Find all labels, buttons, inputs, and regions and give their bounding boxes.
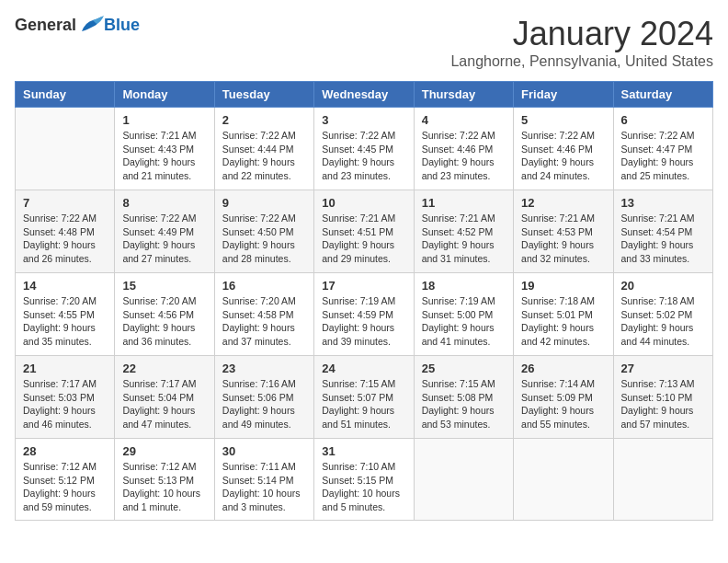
calendar-day-cell: 3Sunrise: 7:22 AM Sunset: 4:45 PM Daylig… bbox=[314, 108, 414, 190]
calendar-day-cell bbox=[16, 108, 115, 190]
day-number: 13 bbox=[621, 196, 705, 210]
calendar-day-cell: 16Sunrise: 7:20 AM Sunset: 4:58 PM Dayli… bbox=[214, 273, 313, 356]
calendar-day-cell: 14Sunrise: 7:20 AM Sunset: 4:55 PM Dayli… bbox=[16, 273, 115, 356]
calendar-day-cell: 7Sunrise: 7:22 AM Sunset: 4:48 PM Daylig… bbox=[16, 190, 115, 273]
logo-bird-icon bbox=[78, 15, 104, 35]
day-info: Sunrise: 7:20 AM Sunset: 4:56 PM Dayligh… bbox=[122, 294, 206, 349]
calendar-day-cell: 31Sunrise: 7:10 AM Sunset: 5:15 PM Dayli… bbox=[314, 439, 414, 521]
day-number: 15 bbox=[122, 279, 206, 293]
day-number: 3 bbox=[322, 113, 405, 127]
day-info: Sunrise: 7:15 AM Sunset: 5:07 PM Dayligh… bbox=[322, 377, 405, 431]
calendar-day-cell: 11Sunrise: 7:21 AM Sunset: 4:52 PM Dayli… bbox=[414, 190, 513, 273]
day-number: 19 bbox=[521, 279, 605, 293]
day-number: 30 bbox=[222, 444, 306, 458]
calendar-week-row: 21Sunrise: 7:17 AM Sunset: 5:03 PM Dayli… bbox=[16, 356, 713, 439]
day-number: 28 bbox=[23, 444, 107, 458]
day-number: 29 bbox=[122, 444, 206, 458]
calendar-day-cell: 22Sunrise: 7:17 AM Sunset: 5:04 PM Dayli… bbox=[115, 356, 214, 439]
calendar-day-cell: 15Sunrise: 7:20 AM Sunset: 4:56 PM Dayli… bbox=[115, 273, 214, 356]
calendar-table: SundayMondayTuesdayWednesdayThursdayFrid… bbox=[15, 81, 713, 521]
calendar-week-row: 7Sunrise: 7:22 AM Sunset: 4:48 PM Daylig… bbox=[16, 190, 713, 273]
day-info: Sunrise: 7:22 AM Sunset: 4:48 PM Dayligh… bbox=[23, 212, 107, 266]
day-number: 25 bbox=[422, 362, 506, 375]
day-of-week-header: Thursday bbox=[414, 82, 513, 108]
day-info: Sunrise: 7:22 AM Sunset: 4:45 PM Dayligh… bbox=[322, 129, 405, 183]
calendar-day-cell bbox=[613, 439, 712, 521]
logo-general-text: General bbox=[15, 16, 76, 35]
calendar-day-cell: 1Sunrise: 7:21 AM Sunset: 4:43 PM Daylig… bbox=[115, 108, 214, 190]
calendar-day-cell: 17Sunrise: 7:19 AM Sunset: 4:59 PM Dayli… bbox=[314, 273, 414, 356]
day-info: Sunrise: 7:22 AM Sunset: 4:49 PM Dayligh… bbox=[122, 212, 206, 266]
day-info: Sunrise: 7:16 AM Sunset: 5:06 PM Dayligh… bbox=[222, 377, 306, 431]
day-info: Sunrise: 7:20 AM Sunset: 4:58 PM Dayligh… bbox=[222, 294, 306, 349]
day-info: Sunrise: 7:12 AM Sunset: 5:13 PM Dayligh… bbox=[122, 460, 206, 514]
calendar-day-cell: 26Sunrise: 7:14 AM Sunset: 5:09 PM Dayli… bbox=[514, 356, 613, 439]
calendar-day-cell: 9Sunrise: 7:22 AM Sunset: 4:50 PM Daylig… bbox=[214, 190, 313, 273]
day-number: 9 bbox=[222, 196, 306, 210]
day-number: 5 bbox=[521, 113, 605, 127]
day-info: Sunrise: 7:22 AM Sunset: 4:46 PM Dayligh… bbox=[521, 129, 605, 183]
day-info: Sunrise: 7:17 AM Sunset: 5:03 PM Dayligh… bbox=[23, 377, 107, 431]
day-number: 4 bbox=[422, 113, 506, 127]
calendar-day-cell: 8Sunrise: 7:22 AM Sunset: 4:49 PM Daylig… bbox=[115, 190, 214, 273]
day-info: Sunrise: 7:10 AM Sunset: 5:15 PM Dayligh… bbox=[322, 460, 405, 514]
logo: General Blue bbox=[15, 15, 140, 35]
calendar-day-cell: 21Sunrise: 7:17 AM Sunset: 5:03 PM Dayli… bbox=[16, 356, 115, 439]
day-info: Sunrise: 7:22 AM Sunset: 4:47 PM Dayligh… bbox=[621, 129, 705, 183]
day-number: 12 bbox=[521, 196, 605, 210]
calendar-day-cell: 25Sunrise: 7:15 AM Sunset: 5:08 PM Dayli… bbox=[414, 356, 513, 439]
day-of-week-header: Friday bbox=[514, 82, 613, 108]
calendar-day-cell: 18Sunrise: 7:19 AM Sunset: 5:00 PM Dayli… bbox=[414, 273, 513, 356]
day-number: 31 bbox=[322, 444, 405, 458]
calendar-body: 1Sunrise: 7:21 AM Sunset: 4:43 PM Daylig… bbox=[16, 108, 713, 521]
calendar-day-cell: 10Sunrise: 7:21 AM Sunset: 4:51 PM Dayli… bbox=[314, 190, 414, 273]
calendar-header: SundayMondayTuesdayWednesdayThursdayFrid… bbox=[16, 82, 713, 108]
day-info: Sunrise: 7:20 AM Sunset: 4:55 PM Dayligh… bbox=[23, 294, 107, 349]
day-info: Sunrise: 7:19 AM Sunset: 4:59 PM Dayligh… bbox=[322, 294, 405, 349]
day-info: Sunrise: 7:18 AM Sunset: 5:02 PM Dayligh… bbox=[621, 294, 705, 349]
day-number: 23 bbox=[222, 362, 306, 375]
logo-blue-text: Blue bbox=[104, 16, 140, 35]
calendar-day-cell: 2Sunrise: 7:22 AM Sunset: 4:44 PM Daylig… bbox=[214, 108, 313, 190]
day-of-week-header: Saturday bbox=[613, 82, 712, 108]
day-info: Sunrise: 7:21 AM Sunset: 4:54 PM Dayligh… bbox=[621, 212, 705, 266]
day-info: Sunrise: 7:11 AM Sunset: 5:14 PM Dayligh… bbox=[222, 460, 306, 514]
calendar-day-cell: 24Sunrise: 7:15 AM Sunset: 5:07 PM Dayli… bbox=[314, 356, 414, 439]
page-header: General Blue January 2024 Langhorne, Pen… bbox=[15, 15, 713, 70]
day-number: 16 bbox=[222, 279, 306, 293]
calendar-day-cell: 20Sunrise: 7:18 AM Sunset: 5:02 PM Dayli… bbox=[613, 273, 712, 356]
calendar-day-cell: 29Sunrise: 7:12 AM Sunset: 5:13 PM Dayli… bbox=[115, 439, 214, 521]
day-of-week-header: Sunday bbox=[16, 82, 115, 108]
day-number: 21 bbox=[23, 362, 107, 375]
day-info: Sunrise: 7:22 AM Sunset: 4:46 PM Dayligh… bbox=[422, 129, 506, 183]
calendar-day-cell: 19Sunrise: 7:18 AM Sunset: 5:01 PM Dayli… bbox=[514, 273, 613, 356]
month-title: January 2024 bbox=[450, 15, 713, 53]
day-number: 22 bbox=[122, 362, 206, 375]
day-info: Sunrise: 7:17 AM Sunset: 5:04 PM Dayligh… bbox=[122, 377, 206, 431]
day-info: Sunrise: 7:21 AM Sunset: 4:43 PM Dayligh… bbox=[122, 129, 206, 183]
day-number: 7 bbox=[23, 196, 107, 210]
day-info: Sunrise: 7:13 AM Sunset: 5:10 PM Dayligh… bbox=[621, 377, 705, 431]
day-number: 27 bbox=[621, 362, 705, 375]
calendar-week-row: 1Sunrise: 7:21 AM Sunset: 4:43 PM Daylig… bbox=[16, 108, 713, 190]
calendar-day-cell: 6Sunrise: 7:22 AM Sunset: 4:47 PM Daylig… bbox=[613, 108, 712, 190]
day-info: Sunrise: 7:12 AM Sunset: 5:12 PM Dayligh… bbox=[23, 460, 107, 514]
day-of-week-header: Tuesday bbox=[214, 82, 313, 108]
calendar-day-cell: 5Sunrise: 7:22 AM Sunset: 4:46 PM Daylig… bbox=[514, 108, 613, 190]
calendar-day-cell bbox=[514, 439, 613, 521]
header-row: SundayMondayTuesdayWednesdayThursdayFrid… bbox=[16, 82, 713, 108]
day-number: 17 bbox=[322, 279, 405, 293]
calendar-day-cell: 30Sunrise: 7:11 AM Sunset: 5:14 PM Dayli… bbox=[214, 439, 313, 521]
day-info: Sunrise: 7:22 AM Sunset: 4:50 PM Dayligh… bbox=[222, 212, 306, 266]
title-section: January 2024 Langhorne, Pennsylvania, Un… bbox=[450, 15, 713, 70]
day-info: Sunrise: 7:21 AM Sunset: 4:52 PM Dayligh… bbox=[422, 212, 506, 266]
day-number: 6 bbox=[621, 113, 705, 127]
day-info: Sunrise: 7:22 AM Sunset: 4:44 PM Dayligh… bbox=[222, 129, 306, 183]
day-number: 18 bbox=[422, 279, 506, 293]
day-number: 14 bbox=[23, 279, 107, 293]
day-of-week-header: Wednesday bbox=[314, 82, 414, 108]
day-number: 11 bbox=[422, 196, 506, 210]
calendar-day-cell: 4Sunrise: 7:22 AM Sunset: 4:46 PM Daylig… bbox=[414, 108, 513, 190]
day-info: Sunrise: 7:15 AM Sunset: 5:08 PM Dayligh… bbox=[422, 377, 506, 431]
calendar-week-row: 14Sunrise: 7:20 AM Sunset: 4:55 PM Dayli… bbox=[16, 273, 713, 356]
